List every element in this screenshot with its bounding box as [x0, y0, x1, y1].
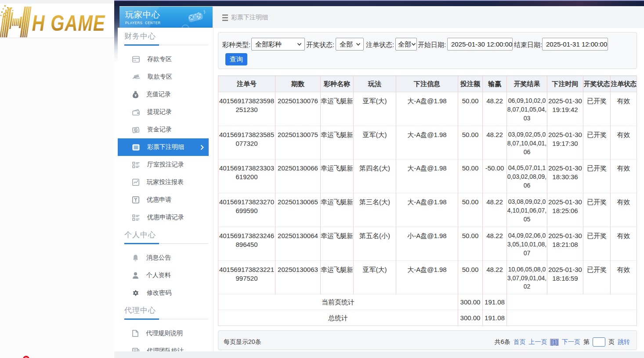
svg-text:$: $: [135, 129, 137, 132]
svg-text:H GAME: H GAME: [32, 11, 106, 36]
svg-text:¥: ¥: [134, 93, 137, 98]
